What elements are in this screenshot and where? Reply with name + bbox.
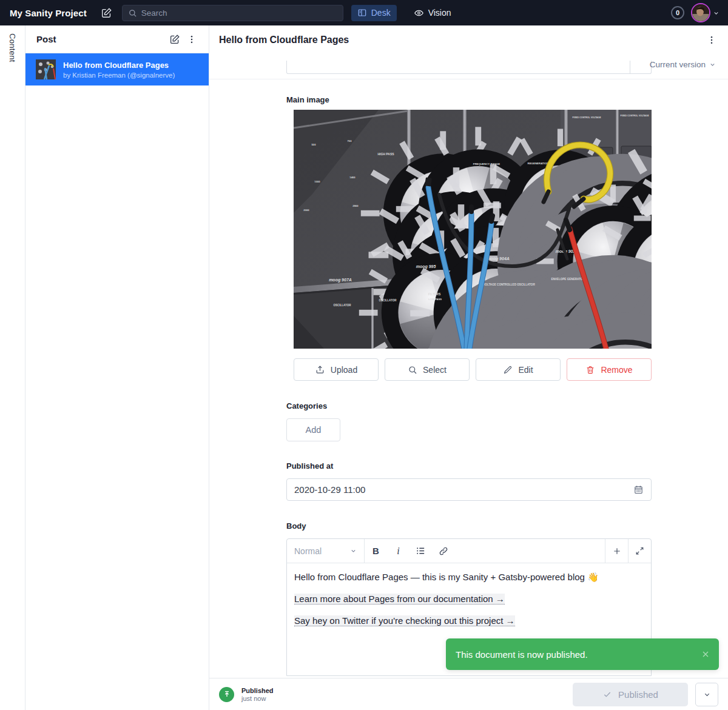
- search-input[interactable]: [141, 8, 337, 18]
- svg-text:FILTERS: FILTERS: [428, 292, 441, 296]
- svg-text:FREQUENCY RANGE: FREQUENCY RANGE: [473, 162, 500, 166]
- italic-button[interactable]: i: [387, 539, 410, 563]
- bullet-list-icon: [416, 546, 426, 556]
- pencil-icon: [503, 365, 513, 375]
- edit-button[interactable]: Edit: [476, 358, 561, 381]
- user-avatar[interactable]: [691, 3, 710, 22]
- svg-text:moog 907A: moog 907A: [329, 278, 352, 283]
- list-pane-menu-button[interactable]: [183, 31, 200, 48]
- svg-text:500: 500: [312, 143, 317, 146]
- svg-text:700: 700: [348, 139, 352, 142]
- trash-icon: [585, 365, 595, 375]
- search-icon: [408, 365, 417, 375]
- upload-button-label: Upload: [331, 365, 357, 375]
- compose-icon: [101, 7, 112, 19]
- publish-status-time: just now: [241, 695, 274, 702]
- top-navbar: My Sanity Project Desk Vision 0: [0, 0, 728, 25]
- list-pane-title: Post: [36, 34, 166, 44]
- editor-toolbar: Normal B i: [287, 539, 651, 563]
- paragraph-style-value: Normal: [294, 546, 345, 556]
- categories-label: Categories: [286, 401, 728, 410]
- svg-text:VOLTAGE CONTROLLED OSCILLATOR: VOLTAGE CONTROLLED OSCILLATOR: [483, 283, 535, 286]
- check-icon: [602, 689, 612, 699]
- chevron-down-icon: [703, 691, 711, 698]
- svg-text:REGENERATION: REGENERATION: [527, 162, 548, 165]
- user-menu-chevron[interactable]: [713, 10, 720, 16]
- eye-icon: [414, 8, 424, 18]
- remove-button[interactable]: Remove: [567, 358, 652, 381]
- new-document-button[interactable]: [98, 4, 116, 22]
- select-button-label: Select: [423, 365, 447, 375]
- document-form: Main image: [209, 79, 728, 678]
- tab-vision[interactable]: Vision: [408, 5, 457, 21]
- body-paragraph: Hello from Cloudflare Pages — this is my…: [294, 571, 644, 583]
- list-pane-header: Post: [25, 25, 209, 53]
- toast-close-button[interactable]: [701, 649, 710, 659]
- document-menu-button[interactable]: [703, 31, 721, 49]
- global-search[interactable]: [122, 5, 343, 21]
- svg-text:LOW PASS: LOW PASS: [428, 298, 442, 301]
- image-actions: Upload Select Edit Remove: [294, 358, 652, 381]
- published-at-input-wrap[interactable]: [286, 478, 652, 501]
- version-selector-label: Current version: [650, 60, 706, 69]
- upload-button[interactable]: Upload: [294, 358, 379, 381]
- slug-field-partial[interactable]: [286, 61, 652, 74]
- link-button[interactable]: [432, 539, 454, 563]
- editor-content[interactable]: Hello from Cloudflare Pages — this is my…: [287, 563, 651, 645]
- svg-text:moog 995: moog 995: [416, 264, 436, 269]
- create-new-post-button[interactable]: [166, 31, 183, 48]
- svg-text:FIXED CONTROL VOLTAGE: FIXED CONTROL VOLTAGE: [620, 115, 649, 117]
- document-subheader: Current version: [209, 55, 728, 79]
- list-item-hello-from-cloudflare-pages[interactable]: Hello from Cloudflare Pages by Kristian …: [25, 53, 209, 85]
- svg-text:OSCILLATOR: OSCILLATOR: [334, 304, 352, 307]
- select-button[interactable]: Select: [385, 358, 470, 381]
- add-category-button[interactable]: Add: [286, 418, 340, 441]
- calendar-icon[interactable]: [633, 484, 644, 495]
- paragraph-style-select[interactable]: Normal: [287, 539, 365, 563]
- toast-message: This document is now published.: [456, 649, 701, 660]
- search-icon: [128, 8, 137, 18]
- insert-block-button[interactable]: [605, 539, 628, 563]
- publish-status-text: Published just now: [241, 687, 274, 702]
- bullet-list-button[interactable]: [410, 539, 432, 563]
- version-selector[interactable]: Current version: [650, 60, 716, 69]
- svg-text:2800: 2800: [352, 204, 359, 207]
- presence-count-badge[interactable]: 0: [671, 6, 684, 19]
- document-footer: Published just now Published: [209, 678, 728, 710]
- list-item-subtitle: by Kristian Freeman (@signalnerve): [63, 72, 175, 79]
- plus-icon: [612, 546, 622, 556]
- link-icon: [439, 546, 448, 556]
- tab-desk[interactable]: Desk: [351, 5, 397, 21]
- content-rail-label: Content: [8, 33, 17, 710]
- avatar-photo: [692, 4, 709, 21]
- bold-button[interactable]: B: [365, 539, 387, 563]
- toolbar-spacer: [454, 539, 605, 563]
- publish-status-label: Published: [241, 687, 274, 694]
- list-item-thumbnail: [36, 59, 56, 79]
- svg-text:1400: 1400: [349, 176, 356, 179]
- slug-field-divider: [630, 61, 630, 73]
- main-image-preview[interactable]: moog 907A moog 995 moog 904A moog 902 VO…: [294, 110, 652, 349]
- fullscreen-button[interactable]: [628, 539, 651, 563]
- categories-field: Categories Add: [286, 401, 728, 441]
- kebab-menu-icon: [187, 35, 197, 44]
- published-at-input[interactable]: [294, 484, 627, 495]
- svg-text:FIXED CONTROL VOLTAGE: FIXED CONTROL VOLTAGE: [572, 116, 601, 119]
- svg-text:2000: 2000: [303, 209, 309, 212]
- edit-button-label: Edit: [518, 365, 533, 375]
- svg-text:1000: 1000: [314, 180, 320, 183]
- body-link[interactable]: Say hey on Twitter if you're checking ou…: [294, 615, 515, 626]
- chevron-down-icon: [350, 548, 357, 554]
- document-editor-pane: Hello from Cloudflare Pages Current vers…: [209, 25, 728, 710]
- publish-arrow-icon: [223, 690, 231, 698]
- publish-button[interactable]: Published: [573, 683, 688, 706]
- main-image-label: Main image: [286, 95, 728, 104]
- content-rail[interactable]: Content: [0, 25, 25, 710]
- publish-button-label: Published: [618, 689, 658, 700]
- publish-menu-button[interactable]: [695, 683, 718, 706]
- body-link[interactable]: Learn more about Pages from our document…: [294, 594, 505, 605]
- desk-columns-icon: [357, 8, 367, 18]
- main-area: Content Post: [0, 25, 728, 710]
- published-at-label: Published at: [286, 461, 728, 471]
- publish-success-toast: This document is now published.: [446, 638, 719, 670]
